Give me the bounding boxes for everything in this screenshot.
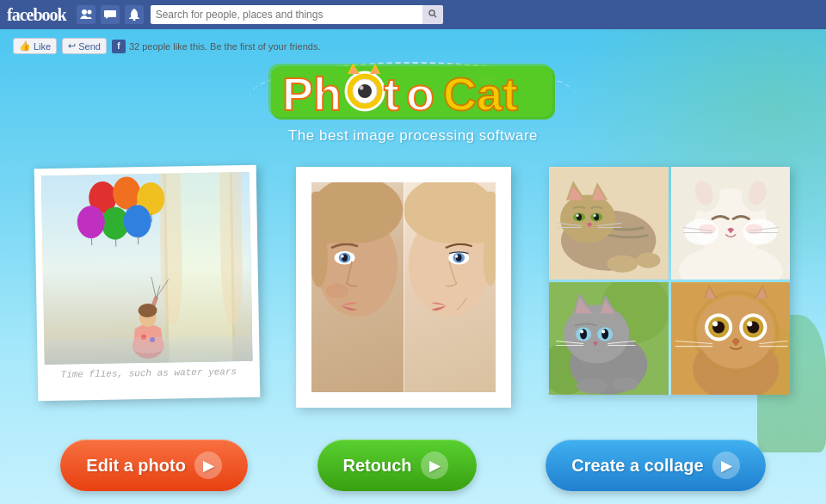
photo-caption: Time flies, such as water years	[45, 366, 253, 380]
logo-area: Ph t o Cat The best image processing sof	[267, 62, 559, 144]
edit-photo-label: Edit a photo	[86, 456, 186, 476]
svg-point-28	[341, 255, 343, 257]
face-before	[311, 182, 404, 392]
face-mockup	[311, 182, 496, 392]
like-label: Like	[34, 41, 51, 52]
collage-arrow-icon: ▶	[712, 452, 740, 479]
nav-icons	[77, 5, 144, 24]
svg-text:o: o	[406, 68, 435, 120]
photo-right-collage	[549, 167, 790, 395]
cat-gray	[549, 282, 669, 395]
photo-left: Time flies, such as water years	[34, 165, 261, 401]
svg-point-29	[326, 284, 348, 298]
send-label: Send	[78, 41, 101, 52]
facebook-logo[interactable]: facebook	[7, 5, 66, 25]
collage-label: Create a collage	[571, 456, 703, 476]
send-arrow-icon: ↩	[68, 40, 76, 52]
svg-point-107	[712, 321, 718, 326]
tagline: The best image processing software	[288, 127, 538, 144]
photos-area: Time flies, such as water years	[0, 167, 826, 408]
svg-point-1	[87, 10, 91, 15]
buttons-area: Edit a photo ▶ Retouch ▶ Create a collag…	[0, 439, 826, 491]
svg-point-43	[560, 194, 615, 243]
cat-tabby	[549, 167, 669, 280]
logo-svg: Ph t o Cat	[267, 62, 559, 124]
photo-center-inner	[311, 182, 496, 392]
friends-icon[interactable]	[77, 5, 96, 24]
svg-point-37	[455, 255, 458, 257]
balloon-girl-scene	[41, 172, 253, 365]
send-button[interactable]: ↩ Send	[62, 38, 107, 54]
collage-cell-4	[671, 282, 791, 395]
search-input[interactable]	[151, 5, 422, 24]
collage-cell-3	[549, 282, 669, 395]
cat-fluffy-brown	[671, 282, 791, 395]
svg-text:t: t	[384, 68, 399, 120]
svg-line-4	[434, 15, 436, 18]
svg-point-50	[576, 214, 579, 217]
retouch-button[interactable]: Retouch ▶	[317, 439, 477, 491]
photocat-logo: Ph t o Cat	[267, 62, 559, 124]
create-collage-button[interactable]: Create a collage ▶	[546, 439, 765, 491]
svg-point-81	[564, 304, 629, 363]
social-bar: 👍 Like ↩ Send f 32 people like this. Be …	[13, 38, 320, 54]
collage-cell-1	[549, 167, 669, 280]
svg-point-91	[601, 329, 605, 333]
facebook-header: facebook	[0, 0, 826, 29]
svg-point-59	[607, 255, 638, 273]
cat-white	[671, 167, 791, 280]
svg-point-11	[360, 86, 364, 90]
retouch-label: Retouch	[343, 456, 412, 476]
photo-left-inner	[41, 172, 253, 365]
svg-point-0	[82, 9, 87, 15]
svg-point-53	[594, 214, 596, 217]
notifications-icon[interactable]	[125, 5, 144, 24]
face-divider	[404, 182, 404, 392]
face-left	[311, 182, 404, 392]
svg-point-111	[747, 321, 752, 326]
svg-point-88	[580, 329, 583, 333]
edit-photo-button[interactable]: Edit a photo ▶	[60, 439, 248, 491]
main-content: 👍 Like ↩ Send f 32 people like this. Be …	[0, 29, 826, 504]
collage-cell-2	[671, 167, 791, 280]
face-right	[404, 182, 496, 392]
like-button[interactable]: 👍 Like	[13, 38, 57, 54]
social-likes-text: f 32 people like this. Be the first of y…	[112, 40, 321, 53]
face-after	[404, 182, 496, 392]
messages-icon[interactable]	[101, 5, 120, 24]
svg-text:Cat: Cat	[443, 68, 518, 120]
retouch-arrow-icon: ▶	[421, 452, 448, 479]
svg-point-98	[612, 378, 638, 391]
svg-point-3	[429, 10, 435, 15]
thumbs-up-icon: 👍	[19, 40, 31, 52]
svg-point-60	[636, 253, 660, 268]
svg-point-97	[576, 378, 607, 394]
search-bar[interactable]	[151, 5, 443, 24]
svg-text:Ph: Ph	[282, 68, 342, 120]
fb-small-icon: f	[112, 40, 126, 53]
photo-center	[296, 167, 511, 408]
search-button[interactable]	[422, 5, 443, 24]
edit-arrow-icon: ▶	[194, 452, 222, 479]
